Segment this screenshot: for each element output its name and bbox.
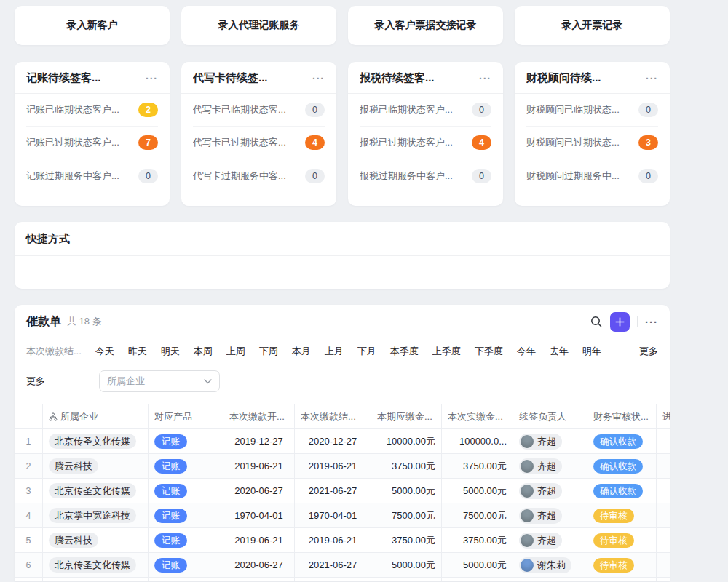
person-cell[interactable]: 齐超 xyxy=(513,503,587,527)
card-list-item[interactable]: 财税顾问已过期状态...3 xyxy=(526,127,658,159)
date-filter-chip[interactable]: 昨天 xyxy=(128,345,147,358)
add-record-button[interactable] xyxy=(610,312,630,332)
date-filter-chip[interactable]: 上月 xyxy=(325,345,344,358)
start-date-cell[interactable]: 2020-06-27 xyxy=(223,479,295,503)
company-cell[interactable]: 北京掌中宽途科技 xyxy=(43,503,149,527)
progress-cell[interactable] xyxy=(657,479,670,503)
progress-cell[interactable] xyxy=(657,454,670,478)
card-menu-icon[interactable]: ··· xyxy=(646,73,658,84)
date-filter-chip[interactable]: 下周 xyxy=(259,345,278,358)
person-cell[interactable]: 齐超 xyxy=(513,528,587,552)
start-date-cell[interactable] xyxy=(223,578,295,581)
status-cell[interactable]: 待审核 xyxy=(587,503,657,527)
amount-due-cell[interactable] xyxy=(371,578,442,581)
table-row[interactable]: 6北京传圣文化传媒记账2020-06-272021-06-275000.00元5… xyxy=(15,553,670,578)
person-cell[interactable]: 齐超 xyxy=(513,454,587,478)
product-cell[interactable]: 记账 xyxy=(149,503,223,527)
status-cell[interactable]: 确认收款 xyxy=(587,454,657,478)
card-list-item[interactable]: 财税顾问过期服务中...0 xyxy=(526,159,658,192)
date-filter-chip[interactable]: 上季度 xyxy=(432,345,461,358)
row-number-cell[interactable]: 4 xyxy=(15,503,43,527)
status-cell[interactable]: 待审核 xyxy=(587,528,657,552)
status-cell[interactable]: 确认收款 xyxy=(587,578,657,581)
person-cell[interactable]: 谢朱莉 xyxy=(513,553,587,577)
status-cell[interactable]: 确认收款 xyxy=(587,429,657,453)
person-cell[interactable]: 齐超 xyxy=(513,479,587,503)
column-header[interactable]: 续签负责人 xyxy=(513,404,587,428)
company-cell[interactable]: 北京传圣文化传媒 xyxy=(43,429,149,453)
date-filter-chip[interactable]: 本月 xyxy=(292,345,311,358)
table-row[interactable]: 1北京传圣文化传媒记账2019-12-272020-12-2710000.00元… xyxy=(15,429,670,454)
column-header[interactable]: 所属企业 xyxy=(43,404,149,428)
progress-cell[interactable] xyxy=(657,528,670,552)
more-icon[interactable]: ··· xyxy=(645,316,658,328)
date-filter-chip[interactable]: 去年 xyxy=(550,345,569,358)
card-list-item[interactable]: 记账已临期状态客户...2 xyxy=(26,94,158,127)
filter-more-link[interactable]: 更多 xyxy=(639,345,658,358)
product-cell[interactable]: 记账 xyxy=(149,429,223,453)
amount-due-cell[interactable]: 5000.00元 xyxy=(371,553,442,577)
amount-paid-cell[interactable]: 5000.00元 xyxy=(442,479,513,503)
row-number-cell[interactable]: 7 xyxy=(15,578,43,581)
company-filter-dropdown[interactable]: 所属企业 xyxy=(99,370,220,392)
more-filters-link[interactable]: 更多 xyxy=(26,375,45,388)
card-list-item[interactable]: 报税已过期状态客户...4 xyxy=(360,127,491,159)
person-cell[interactable]: 齐超 xyxy=(513,429,587,453)
date-filter-chip[interactable]: 明年 xyxy=(582,345,601,358)
company-cell[interactable]: 北京传圣文化传媒 xyxy=(43,479,149,503)
amount-paid-cell[interactable]: 7500.00元 xyxy=(442,503,513,527)
status-cell[interactable]: 确认收款 xyxy=(587,479,657,503)
start-date-cell[interactable]: 1970-04-01 xyxy=(223,503,295,527)
progress-cell[interactable] xyxy=(657,429,670,453)
column-header[interactable]: 进 xyxy=(657,404,670,428)
progress-cell[interactable] xyxy=(657,503,670,527)
amount-due-cell[interactable]: 10000.00元 xyxy=(371,429,442,453)
row-number-cell[interactable]: 1 xyxy=(15,429,43,453)
table-row[interactable]: 2腾云科技记账2019-06-212019-06-213750.00元3750.… xyxy=(15,454,670,479)
product-cell[interactable]: 记账 xyxy=(149,528,223,552)
date-filter-chip[interactable]: 今天 xyxy=(95,345,114,358)
quick-action-button[interactable]: 录入代理记账服务 xyxy=(181,6,336,45)
row-number-cell[interactable]: 6 xyxy=(15,553,43,577)
product-cell[interactable]: 记账 xyxy=(149,553,223,577)
date-filter-chip[interactable]: 明天 xyxy=(161,345,180,358)
date-filter-chip[interactable]: 下月 xyxy=(357,345,376,358)
date-filter-chip[interactable]: 上周 xyxy=(226,345,245,358)
person-cell[interactable]: 齐超 xyxy=(513,578,587,581)
quick-action-button[interactable]: 录入新客户 xyxy=(15,6,170,45)
card-list-item[interactable]: 代写卡已临期状态客...0 xyxy=(193,94,325,127)
amount-paid-cell[interactable]: 3750.00元 xyxy=(442,528,513,552)
card-list-item[interactable]: 财税顾问已临期状态...0 xyxy=(526,94,658,127)
start-date-cell[interactable]: 2019-06-21 xyxy=(223,528,295,552)
end-date-cell[interactable]: 1970-04-01 xyxy=(295,503,371,527)
status-cell[interactable]: 待审核 xyxy=(587,553,657,577)
card-list-item[interactable]: 代写卡过期服务中客...0 xyxy=(193,159,325,192)
start-date-cell[interactable]: 2020-06-27 xyxy=(223,553,295,577)
end-date-cell[interactable]: 2020-12-27 xyxy=(295,429,371,453)
column-header[interactable]: 本期应缴金... xyxy=(371,404,442,428)
end-date-cell[interactable]: 2019-06-21 xyxy=(295,454,371,478)
table-row[interactable]: 4北京掌中宽途科技记账1970-04-011970-04-017500.00元7… xyxy=(15,503,670,528)
date-filter-chip[interactable]: 本季度 xyxy=(390,345,419,358)
card-list-item[interactable]: 代写卡已过期状态客...4 xyxy=(193,127,325,159)
company-cell[interactable]: 腾云科技 xyxy=(43,454,149,478)
column-header[interactable] xyxy=(15,404,43,428)
end-date-cell[interactable]: 2021-06-27 xyxy=(295,553,371,577)
amount-paid-cell[interactable] xyxy=(442,578,513,581)
end-date-cell[interactable]: 2019-06-21 xyxy=(295,528,371,552)
card-list-item[interactable]: 报税过期服务中客户...0 xyxy=(360,159,491,192)
column-header[interactable]: 对应产品 xyxy=(149,404,223,428)
card-list-item[interactable]: 报税已临期状态客户...0 xyxy=(360,94,491,127)
end-date-cell[interactable]: 2021-06-27 xyxy=(295,479,371,503)
column-header[interactable]: 本次实缴金... xyxy=(442,404,513,428)
end-date-cell[interactable] xyxy=(295,578,371,581)
column-header[interactable]: 财务审核状... xyxy=(587,404,657,428)
card-list-item[interactable]: 记账过期服务中客户...0 xyxy=(26,159,158,192)
row-number-cell[interactable]: 5 xyxy=(15,528,43,552)
date-filter-chip[interactable]: 下季度 xyxy=(475,345,503,358)
company-cell[interactable]: 北京传圣文化传媒 xyxy=(43,553,149,577)
amount-due-cell[interactable]: 7500.00元 xyxy=(371,503,442,527)
amount-paid-cell[interactable]: 3750.00元 xyxy=(442,454,513,478)
date-filter-chip[interactable]: 本周 xyxy=(194,345,213,358)
quick-action-button[interactable]: 录入客户票据交接记录 xyxy=(348,6,503,45)
